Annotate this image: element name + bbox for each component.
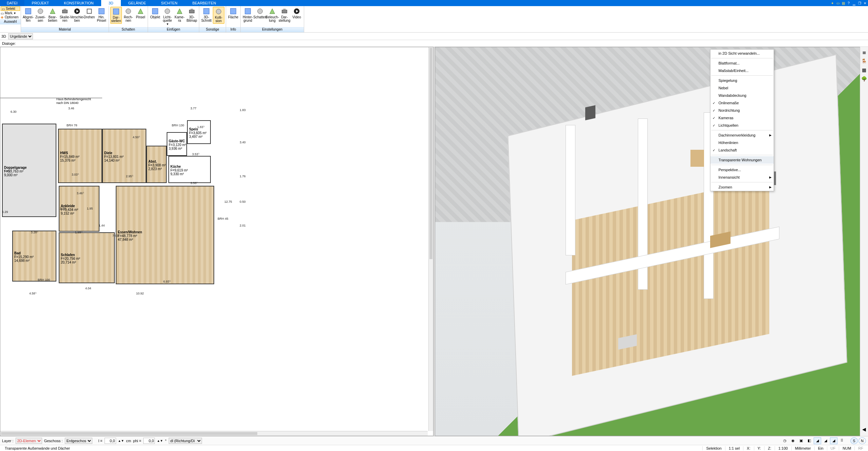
mode-s-icon[interactable]: S (850, 437, 858, 444)
menu-tab-gelaende[interactable]: GELÄNDE (121, 0, 154, 6)
schatten-btn-icon-0 (112, 8, 121, 15)
menu-tab-file[interactable]: DATEI (0, 0, 24, 6)
terrain-select[interactable]: Urgelände (8, 33, 33, 39)
bottom-icon-row: ◷ ◉ ▣ ◧ ◢ ◢ ◢ ⠿ S N (781, 437, 866, 444)
ctx-item-11[interactable]: ✓Lichtquellen (710, 122, 774, 129)
menu-tab-3d[interactable]: 3D (101, 0, 121, 6)
einfuegen-btn-1[interactable]: Licht- quelle ▾ (162, 7, 173, 26)
dim-7: 1.68⁵ (75, 231, 82, 234)
tree-icon[interactable]: 🌳 (861, 75, 868, 82)
l-input[interactable] (105, 438, 116, 444)
menu-tab-bearbeiten[interactable]: BEARBEITEN (185, 0, 224, 6)
screen-icon[interactable]: ▭ (835, 1, 840, 5)
mode-n-icon[interactable]: N (858, 437, 866, 444)
scene-3d[interactable] (435, 47, 868, 436)
material-btn-icon-3 (60, 7, 69, 15)
ctx-label-14: Höhenlinien (719, 141, 738, 145)
status-x: X: (743, 446, 754, 450)
einstellungen-btn-1[interactable]: Schatten (254, 7, 266, 20)
geschoss-select[interactable]: Erdgeschos (65, 438, 92, 444)
menu-tab-projekt[interactable]: PROJEKT (24, 0, 57, 6)
mark-button[interactable]: ▭Mark. ▾ (1, 11, 20, 15)
ctx-item-9[interactable]: ✓Nordrichtung (710, 107, 774, 114)
material-btn-0[interactable]: Abgrei- fen (22, 7, 34, 23)
einfuegen-btn-2[interactable]: Kame- ra (174, 7, 185, 23)
clock-icon[interactable]: ◷ (781, 437, 789, 444)
ctx-item-0[interactable]: in 2D Sicht verwandeln... (710, 50, 774, 57)
material-btn-3[interactable]: Skalie- ren (59, 7, 71, 23)
schatten-btn-1[interactable]: Rech- nen (123, 7, 134, 23)
layers-icon[interactable]: ≣ (861, 49, 868, 56)
phi-input[interactable] (143, 438, 155, 444)
dim-31: BRH 45 (218, 217, 228, 220)
ctx-item-2[interactable]: Blattformat... (710, 59, 774, 67)
filter2-icon[interactable]: ◢ (822, 437, 829, 444)
ctx-item-3[interactable]: Maßstab/Einheit... (710, 67, 774, 74)
ctx-label-7: Wandabdeckung (719, 93, 746, 97)
view-2d[interactable]: Haus Behindertengerecht nach DIN 18040 W… (0, 47, 433, 436)
layer-select[interactable]: 2D-Elemen (16, 438, 42, 444)
ctx-item-22[interactable]: Zoomen▶ (710, 183, 774, 191)
context-menu[interactable]: in 2D Sicht verwandeln...Blattformat...M… (710, 49, 774, 191)
menu-tab-sichten[interactable]: SICHTEN (153, 0, 185, 6)
filter3-icon[interactable]: ◢ (830, 437, 837, 444)
ctx-item-5[interactable]: Spiegelung (710, 77, 774, 84)
material-btn-2[interactable]: Bear- beiten (47, 7, 58, 23)
floor-plan[interactable]: Haus Behindertengerecht nach DIN 18040 W… (0, 47, 433, 436)
ctx-item-17[interactable]: Transparente Wohnungen (710, 156, 774, 164)
filter1-icon[interactable]: ◢ (814, 437, 821, 444)
material-btn-icon-2 (48, 7, 57, 15)
ctx-item-19[interactable]: Perspektive... (710, 166, 774, 174)
dl-select[interactable]: dl (Richtung/Di (169, 438, 202, 444)
material-btn-4[interactable]: Verschie- ben (71, 7, 83, 23)
cube-icon[interactable]: ◧ (806, 437, 813, 444)
material-btn-icon-0 (24, 7, 33, 15)
info-btn-0[interactable]: Fläche (227, 7, 239, 20)
ctx-item-13[interactable]: Dachinnenverkleidung▶ (710, 131, 774, 139)
einstellungen-btn-3[interactable]: Dar- stellung (279, 7, 290, 23)
collapse-side-icon[interactable]: ◀ (861, 426, 868, 433)
schatten-btn-0[interactable]: Dar- stellen (110, 7, 122, 24)
ctx-item-8[interactable]: ✓Onlinemaße (710, 99, 774, 107)
sonstige-btn-1[interactable]: Kolli- sion (213, 7, 224, 24)
ctx-item-15[interactable]: ✓Landschaft (710, 146, 774, 154)
eye-icon[interactable]: ◉ (789, 437, 797, 444)
selekt-button[interactable]: ▭Selekt (1, 6, 20, 11)
minimize-icon[interactable]: ▁ (852, 1, 856, 5)
einfuegen-btn-3[interactable]: 3D- Bitmap (186, 7, 198, 23)
ctx-item-10[interactable]: ✓Kameras (710, 114, 774, 122)
ctx-item-14[interactable]: Höhenlinien (710, 139, 774, 146)
sonstige-btn-0[interactable]: 3D- Schnitt (201, 7, 212, 23)
material-btn-icon-5 (85, 7, 94, 15)
dim-0: 6.30 (11, 110, 17, 113)
help-icon[interactable]: ? (846, 1, 851, 5)
ctx-item-7[interactable]: Wandabdeckung (710, 92, 774, 99)
material-btn-6[interactable]: Hin. Pinsel (96, 7, 107, 23)
einfuegen-btn-label-1: Licht- quelle ▾ (162, 16, 173, 26)
scrollbar-h-2d[interactable] (0, 431, 428, 436)
sonstige-btn-icon-1 (214, 8, 223, 15)
chair-icon[interactable]: 🪑 (861, 58, 868, 65)
material-btn-5[interactable]: Drehen (84, 7, 95, 20)
swatches-icon[interactable]: ▦ (861, 67, 868, 73)
einfuegen-btn-0[interactable]: Objekt (149, 7, 161, 20)
close-icon[interactable]: ✕ (863, 1, 867, 5)
einstellungen-btn-0[interactable]: Hinter- grund (242, 7, 254, 23)
schatten-btn-2[interactable]: Pinsel (135, 7, 146, 20)
einstellungen-btn-2[interactable]: Beleuch- tung (266, 7, 278, 23)
camera-icon[interactable]: ▣ (797, 437, 805, 444)
menu-tab-konstruktion[interactable]: KONSTRUKTION (56, 0, 101, 6)
scrollbar-v-2d[interactable] (428, 47, 433, 431)
ctx-item-20[interactable]: Innenansicht▶ (710, 174, 774, 181)
einstellungen-btn-4[interactable]: Video (291, 7, 302, 20)
wrench-icon[interactable]: ✦ (830, 1, 835, 5)
group-label-einstellungen: Einstellungen (241, 27, 304, 32)
restore-icon[interactable]: ❐ (857, 1, 862, 5)
folder-icon[interactable]: ▤ (841, 1, 846, 5)
view-3d[interactable]: in 2D Sicht verwandeln...Blattformat...M… (435, 47, 868, 436)
window-buttons: ✦ ▭ ▤ ? ▁ ❐ ✕ (830, 0, 868, 6)
material-btn-1[interactable]: Zuwei- sen (35, 7, 46, 23)
grid-dot-icon[interactable]: ⠿ (838, 437, 846, 444)
optionen-button[interactable]: ✚Optionen (1, 15, 20, 19)
ctx-item-6[interactable]: Nebel (710, 84, 774, 92)
